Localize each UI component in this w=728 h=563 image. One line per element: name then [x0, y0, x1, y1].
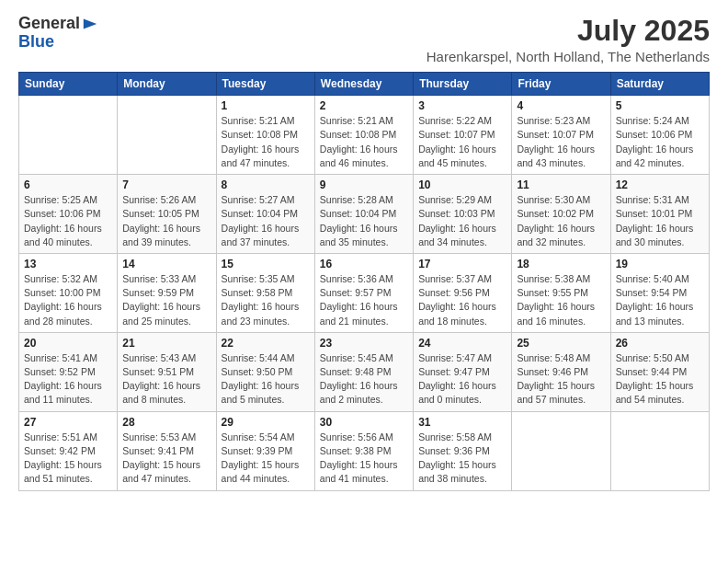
- calendar-cell: [118, 96, 216, 175]
- logo: General Blue: [18, 15, 98, 52]
- calendar-table: SundayMondayTuesdayWednesdayThursdayFrid…: [18, 72, 710, 490]
- day-number: 21: [122, 337, 210, 350]
- calendar-cell: 5Sunrise: 5:24 AM Sunset: 10:06 PM Dayli…: [610, 96, 709, 175]
- day-number: 26: [616, 337, 704, 350]
- day-info: Sunrise: 5:36 AM Sunset: 9:57 PM Dayligh…: [320, 272, 408, 328]
- day-info: Sunrise: 5:53 AM Sunset: 9:41 PM Dayligh…: [122, 431, 210, 487]
- day-number: 10: [418, 178, 506, 191]
- page-header: General Blue July 2025 Harenkarspel, Nor…: [18, 15, 710, 64]
- day-number: 28: [122, 416, 210, 429]
- calendar-cell: 28Sunrise: 5:53 AM Sunset: 9:41 PM Dayli…: [118, 411, 216, 490]
- day-number: 3: [418, 99, 506, 112]
- day-info: Sunrise: 5:25 AM Sunset: 10:06 PM Daylig…: [24, 193, 112, 249]
- day-number: 14: [122, 258, 210, 270]
- day-number: 27: [24, 416, 112, 429]
- day-number: 22: [222, 337, 310, 350]
- calendar-cell: 24Sunrise: 5:47 AM Sunset: 9:47 PM Dayli…: [414, 332, 512, 411]
- day-number: 19: [616, 258, 704, 270]
- title-block: July 2025 Harenkarspel, North Holland, T…: [427, 15, 710, 64]
- day-number: 8: [222, 178, 310, 191]
- calendar-cell: 22Sunrise: 5:44 AM Sunset: 9:50 PM Dayli…: [216, 332, 314, 411]
- calendar-cell: 12Sunrise: 5:31 AM Sunset: 10:01 PM Dayl…: [610, 175, 709, 254]
- day-number: 11: [517, 178, 605, 191]
- calendar-week-row: 27Sunrise: 5:51 AM Sunset: 9:42 PM Dayli…: [19, 411, 710, 490]
- calendar-cell: [610, 411, 709, 490]
- calendar-cell: 14Sunrise: 5:33 AM Sunset: 9:59 PM Dayli…: [118, 253, 216, 332]
- day-info: Sunrise: 5:37 AM Sunset: 9:56 PM Dayligh…: [418, 272, 506, 328]
- day-number: 2: [320, 99, 408, 112]
- weekday-header-row: SundayMondayTuesdayWednesdayThursdayFrid…: [19, 73, 710, 96]
- calendar-week-row: 20Sunrise: 5:41 AM Sunset: 9:52 PM Dayli…: [19, 332, 710, 411]
- calendar-cell: 8Sunrise: 5:27 AM Sunset: 10:04 PM Dayli…: [216, 175, 314, 254]
- day-number: 31: [418, 416, 506, 429]
- calendar-cell: 13Sunrise: 5:32 AM Sunset: 10:00 PM Dayl…: [19, 253, 118, 332]
- calendar-container: General Blue July 2025 Harenkarspel, Nor…: [0, 0, 728, 506]
- day-number: 17: [418, 258, 506, 270]
- day-info: Sunrise: 5:30 AM Sunset: 10:02 PM Daylig…: [517, 193, 605, 249]
- calendar-cell: 16Sunrise: 5:36 AM Sunset: 9:57 PM Dayli…: [314, 253, 413, 332]
- day-info: Sunrise: 5:38 AM Sunset: 9:55 PM Dayligh…: [517, 272, 605, 328]
- day-info: Sunrise: 5:22 AM Sunset: 10:07 PM Daylig…: [418, 114, 506, 170]
- day-number: 9: [320, 178, 408, 191]
- day-number: 5: [616, 99, 704, 112]
- calendar-cell: 25Sunrise: 5:48 AM Sunset: 9:46 PM Dayli…: [512, 332, 610, 411]
- calendar-cell: 19Sunrise: 5:40 AM Sunset: 9:54 PM Dayli…: [610, 253, 709, 332]
- month-year-title: July 2025: [427, 15, 710, 47]
- day-info: Sunrise: 5:56 AM Sunset: 9:38 PM Dayligh…: [320, 431, 408, 487]
- calendar-cell: [512, 411, 610, 490]
- logo-general: General: [18, 15, 80, 33]
- day-number: 29: [222, 416, 310, 429]
- day-number: 16: [320, 258, 408, 270]
- calendar-cell: 31Sunrise: 5:58 AM Sunset: 9:36 PM Dayli…: [414, 411, 512, 490]
- weekday-header-sunday: Sunday: [19, 73, 118, 96]
- day-info: Sunrise: 5:21 AM Sunset: 10:08 PM Daylig…: [320, 114, 408, 170]
- day-info: Sunrise: 5:45 AM Sunset: 9:48 PM Dayligh…: [320, 351, 408, 408]
- day-number: 12: [616, 178, 704, 191]
- day-info: Sunrise: 5:21 AM Sunset: 10:08 PM Daylig…: [222, 114, 310, 170]
- calendar-cell: 7Sunrise: 5:26 AM Sunset: 10:05 PM Dayli…: [118, 175, 216, 254]
- calendar-cell: 15Sunrise: 5:35 AM Sunset: 9:58 PM Dayli…: [216, 253, 314, 332]
- day-info: Sunrise: 5:31 AM Sunset: 10:01 PM Daylig…: [616, 193, 704, 249]
- day-info: Sunrise: 5:43 AM Sunset: 9:51 PM Dayligh…: [122, 351, 210, 408]
- day-info: Sunrise: 5:29 AM Sunset: 10:03 PM Daylig…: [418, 193, 506, 249]
- calendar-cell: 11Sunrise: 5:30 AM Sunset: 10:02 PM Dayl…: [512, 175, 610, 254]
- day-info: Sunrise: 5:23 AM Sunset: 10:07 PM Daylig…: [517, 114, 605, 170]
- day-info: Sunrise: 5:54 AM Sunset: 9:39 PM Dayligh…: [222, 431, 310, 487]
- day-number: 25: [517, 337, 605, 350]
- day-info: Sunrise: 5:26 AM Sunset: 10:05 PM Daylig…: [122, 193, 210, 249]
- day-info: Sunrise: 5:58 AM Sunset: 9:36 PM Dayligh…: [418, 431, 506, 487]
- calendar-week-row: 6Sunrise: 5:25 AM Sunset: 10:06 PM Dayli…: [19, 175, 710, 254]
- day-number: 7: [122, 178, 210, 191]
- day-info: Sunrise: 5:40 AM Sunset: 9:54 PM Dayligh…: [616, 272, 704, 328]
- day-info: Sunrise: 5:47 AM Sunset: 9:47 PM Dayligh…: [418, 351, 506, 408]
- calendar-cell: 23Sunrise: 5:45 AM Sunset: 9:48 PM Dayli…: [314, 332, 413, 411]
- weekday-header-tuesday: Tuesday: [216, 73, 314, 96]
- day-number: 1: [222, 99, 310, 112]
- calendar-cell: 6Sunrise: 5:25 AM Sunset: 10:06 PM Dayli…: [19, 175, 118, 254]
- calendar-cell: 9Sunrise: 5:28 AM Sunset: 10:04 PM Dayli…: [314, 175, 413, 254]
- calendar-week-row: 1Sunrise: 5:21 AM Sunset: 10:08 PM Dayli…: [19, 96, 710, 175]
- day-number: 13: [24, 258, 112, 270]
- weekday-header-saturday: Saturday: [610, 73, 709, 96]
- calendar-cell: 21Sunrise: 5:43 AM Sunset: 9:51 PM Dayli…: [118, 332, 216, 411]
- day-number: 30: [320, 416, 408, 429]
- day-info: Sunrise: 5:28 AM Sunset: 10:04 PM Daylig…: [320, 193, 408, 249]
- calendar-cell: 3Sunrise: 5:22 AM Sunset: 10:07 PM Dayli…: [414, 96, 512, 175]
- calendar-cell: 10Sunrise: 5:29 AM Sunset: 10:03 PM Dayl…: [414, 175, 512, 254]
- day-number: 20: [24, 337, 112, 350]
- calendar-cell: 20Sunrise: 5:41 AM Sunset: 9:52 PM Dayli…: [19, 332, 118, 411]
- weekday-header-friday: Friday: [512, 73, 610, 96]
- day-number: 23: [320, 337, 408, 350]
- svg-marker-0: [84, 18, 97, 29]
- calendar-cell: 27Sunrise: 5:51 AM Sunset: 9:42 PM Dayli…: [19, 411, 118, 490]
- day-info: Sunrise: 5:41 AM Sunset: 9:52 PM Dayligh…: [24, 351, 112, 408]
- logo-icon: [82, 16, 98, 32]
- calendar-cell: 17Sunrise: 5:37 AM Sunset: 9:56 PM Dayli…: [414, 253, 512, 332]
- day-info: Sunrise: 5:44 AM Sunset: 9:50 PM Dayligh…: [222, 351, 310, 408]
- weekday-header-thursday: Thursday: [414, 73, 512, 96]
- calendar-cell: 1Sunrise: 5:21 AM Sunset: 10:08 PM Dayli…: [216, 96, 314, 175]
- location-subtitle: Harenkarspel, North Holland, The Netherl…: [427, 49, 710, 64]
- calendar-cell: 26Sunrise: 5:50 AM Sunset: 9:44 PM Dayli…: [610, 332, 709, 411]
- day-info: Sunrise: 5:48 AM Sunset: 9:46 PM Dayligh…: [517, 351, 605, 408]
- calendar-cell: [19, 96, 118, 175]
